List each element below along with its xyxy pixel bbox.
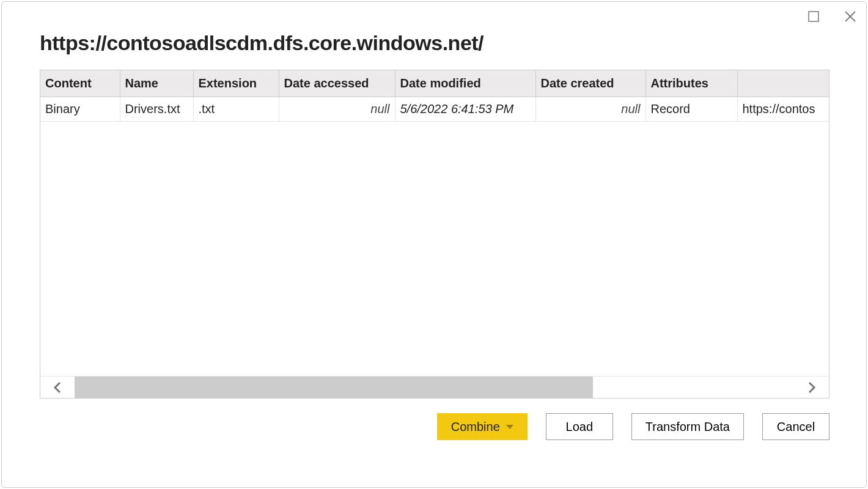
scroll-right-arrow[interactable] — [795, 377, 829, 398]
scroll-thumb-gap — [593, 377, 795, 398]
col-header-attributes[interactable]: Attributes — [645, 70, 737, 97]
combine-button-label: Combine — [451, 420, 500, 434]
cell-attributes: Record — [645, 97, 737, 122]
file-table: Content Name Extension Date accessed Dat… — [40, 70, 829, 399]
svg-rect-0 — [809, 12, 818, 21]
cancel-button[interactable]: Cancel — [762, 413, 829, 440]
navigator-dialog: https://contosoadlscdm.dfs.core.windows.… — [1, 1, 867, 488]
cell-name: Drivers.txt — [120, 97, 193, 122]
col-header-path[interactable] — [737, 70, 829, 97]
horizontal-scrollbar[interactable] — [40, 376, 829, 398]
scroll-track[interactable] — [75, 377, 795, 398]
page-title: https://contosoadlscdm.dfs.core.windows.… — [40, 31, 866, 55]
col-header-date-modified[interactable]: Date modified — [395, 70, 535, 97]
col-header-date-accessed[interactable]: Date accessed — [279, 70, 395, 97]
cell-content: Binary — [40, 97, 120, 122]
window-controls — [805, 8, 859, 25]
col-header-content[interactable]: Content — [40, 70, 120, 97]
chevron-down-icon — [506, 425, 513, 429]
cell-path: https://contos — [737, 97, 829, 122]
transform-data-button[interactable]: Transform Data — [631, 413, 744, 440]
scroll-left-arrow[interactable] — [40, 377, 75, 398]
cancel-button-label: Cancel — [777, 420, 815, 434]
col-header-date-created[interactable]: Date created — [535, 70, 645, 97]
data-table: Content Name Extension Date accessed Dat… — [40, 70, 829, 122]
cell-date-modified: 5/6/2022 6:41:53 PM — [395, 97, 535, 122]
cell-date-accessed: null — [279, 97, 395, 122]
cell-extension: .txt — [193, 97, 279, 122]
table-header-row: Content Name Extension Date accessed Dat… — [40, 70, 829, 97]
col-header-name[interactable]: Name — [120, 70, 193, 97]
load-button-label: Load — [566, 420, 594, 434]
cell-date-created: null — [535, 97, 645, 122]
transform-button-label: Transform Data — [645, 420, 730, 434]
table-row[interactable]: Binary Drivers.txt .txt null 5/6/2022 6:… — [40, 97, 829, 122]
dialog-footer: Combine Load Transform Data Cancel — [2, 399, 866, 440]
maximize-button[interactable] — [805, 8, 822, 25]
col-header-extension[interactable]: Extension — [193, 70, 279, 97]
load-button[interactable]: Load — [546, 413, 613, 440]
combine-button[interactable]: Combine — [437, 413, 528, 440]
close-button[interactable] — [842, 8, 859, 25]
